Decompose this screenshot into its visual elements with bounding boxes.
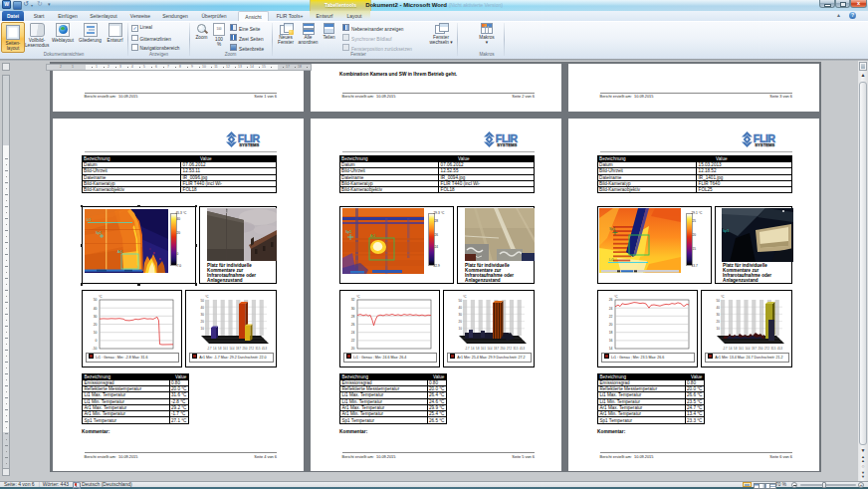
svg-text:Ar1: Ar1 (370, 234, 376, 238)
svg-text:22: 22 (350, 339, 354, 343)
svg-text:20: 20 (717, 320, 721, 324)
svg-text:20: 20 (350, 347, 354, 351)
svg-text:32: 32 (350, 298, 354, 302)
svg-text:40: 40 (459, 306, 463, 310)
svg-text:24: 24 (608, 307, 612, 311)
svg-text:22: 22 (608, 315, 612, 319)
svg-text:SYSTEMS: SYSTEMS (755, 142, 775, 147)
svg-text:30: 30 (717, 313, 721, 317)
svg-text:10: 10 (717, 327, 721, 331)
svg-text:40: 40 (201, 306, 205, 310)
svg-text:°C: °C (614, 295, 618, 299)
svg-text:10: 10 (459, 327, 463, 331)
svg-text:20: 20 (93, 323, 97, 327)
svg-text:10: 10 (93, 331, 97, 335)
svg-text:-2.7 1.6 5.8 10.1 14.4 18: -2.7 1.6 5.8 10.1 14.4 18.7 23.0 27.2 31… (723, 347, 783, 351)
svg-text:-10: -10 (92, 347, 97, 351)
svg-text:26: 26 (608, 298, 612, 302)
svg-text:28: 28 (350, 315, 354, 319)
svg-text:Sp1: Sp1 (723, 229, 729, 233)
svg-text:16: 16 (608, 339, 612, 343)
svg-text:10: 10 (201, 327, 205, 331)
svg-text:50: 50 (201, 299, 205, 303)
svg-text:50: 50 (717, 299, 721, 303)
svg-text:°C: °C (99, 295, 103, 299)
svg-text:50: 50 (459, 299, 463, 303)
svg-text:40: 40 (717, 306, 721, 310)
svg-text:50: 50 (93, 298, 97, 302)
svg-text:SYSTEMS: SYSTEMS (239, 142, 260, 147)
svg-text:Li1: Li1 (609, 258, 614, 262)
svg-text:24: 24 (350, 331, 354, 335)
svg-text:Sp1: Sp1 (609, 227, 615, 231)
svg-text:26: 26 (350, 323, 354, 327)
svg-text:°C: °C (721, 295, 725, 299)
svg-text:-2.7 1.6 5.8 10.1 14.4 18: -2.7 1.6 5.8 10.1 14.4 18.7 23.0 27.2 31… (207, 347, 268, 351)
svg-text:20: 20 (608, 323, 612, 327)
svg-text:20: 20 (459, 320, 463, 324)
svg-text:14: 14 (608, 347, 612, 351)
svg-text:Sp1: Sp1 (96, 231, 102, 235)
svg-text:30: 30 (201, 313, 205, 317)
svg-text:-2.7 1.6 5.8 10.1 14.4 18: -2.7 1.6 5.8 10.1 14.4 18.7 23.0 27.2 31… (465, 347, 526, 351)
svg-text:Sp1: Sp1 (345, 230, 351, 234)
svg-text:30: 30 (93, 315, 97, 319)
svg-text:30: 30 (459, 313, 463, 317)
svg-text:°C: °C (205, 295, 209, 299)
svg-text:Ar1: Ar1 (117, 250, 122, 254)
svg-text:Li1: Li1 (87, 218, 92, 222)
svg-text:20: 20 (201, 320, 205, 324)
svg-text:°C: °C (463, 295, 467, 299)
svg-text:0: 0 (95, 339, 97, 343)
svg-text:18: 18 (608, 331, 612, 335)
svg-text:30: 30 (350, 307, 354, 311)
svg-text:40: 40 (93, 307, 97, 311)
svg-text:SYSTEMS: SYSTEMS (497, 142, 518, 147)
svg-text:°C: °C (356, 295, 360, 299)
